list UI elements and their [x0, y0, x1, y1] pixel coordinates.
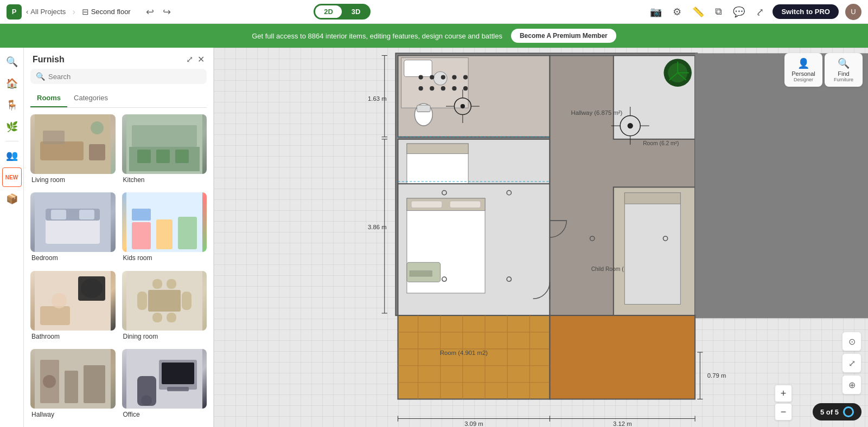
- back-button[interactable]: ‹ All Projects: [26, 8, 66, 16]
- room-office-label: Office: [122, 411, 207, 418]
- svg-rect-27: [148, 290, 181, 312]
- find-furniture-icon: 🔍: [831, 57, 856, 69]
- svg-rect-7: [132, 125, 197, 147]
- svg-rect-9: [156, 150, 170, 163]
- svg-rect-38: [84, 365, 105, 403]
- svg-point-36: [43, 375, 56, 388]
- svg-point-123: [419, 86, 423, 90]
- room-card-hallway[interactable]: Hallway: [30, 349, 116, 420]
- svg-point-119: [430, 75, 434, 79]
- expand-tool-button[interactable]: ⤢: [842, 353, 861, 373]
- camera-button[interactable]: 📷: [648, 4, 664, 20]
- add-node-tool-button[interactable]: ⊕: [842, 375, 861, 394]
- find-furniture-label-2: Furniture: [831, 77, 856, 82]
- new-tool-button[interactable]: NEW: [2, 167, 22, 187]
- user-avatar[interactable]: U: [845, 4, 861, 20]
- find-furniture-card[interactable]: 🔍 Find Furniture: [825, 53, 863, 87]
- zoom-controls: + −: [775, 385, 792, 420]
- room-card-living[interactable]: Living room: [30, 114, 116, 186]
- svg-point-120: [441, 75, 445, 79]
- room-card-bedroom[interactable]: Bedroom: [30, 192, 116, 264]
- svg-rect-3: [43, 131, 65, 144]
- floor-selector[interactable]: ⊟ Second floor: [82, 7, 131, 17]
- personal-designer-card[interactable]: 👤 Personal Personal Designer Designer: [784, 53, 822, 87]
- svg-point-76: [461, 104, 465, 108]
- svg-point-121: [452, 75, 456, 79]
- nav-history-actions: ↩ ↪: [144, 4, 173, 20]
- svg-point-125: [441, 86, 445, 90]
- settings-button[interactable]: ⚙: [671, 4, 684, 20]
- room-dining-image: [122, 271, 207, 331]
- svg-rect-48: [404, 60, 432, 77]
- furnish-close-button[interactable]: ✕: [197, 54, 205, 64]
- top-navigation: P ‹ All Projects › ⊟ Second floor ↩ ↪ 2D…: [0, 0, 868, 24]
- svg-rect-8: [137, 150, 151, 163]
- search-input[interactable]: [48, 73, 201, 81]
- room-kids-label: Kids room: [122, 254, 207, 262]
- premium-button[interactable]: Become A Premium Member: [511, 29, 616, 43]
- location-tool-button[interactable]: ⊙: [842, 332, 861, 351]
- svg-text:Room (6.2 m²): Room (6.2 m²): [643, 140, 679, 146]
- svg-text:1.63 m: 1.63 m: [368, 95, 387, 102]
- canvas-area[interactable]: 1.63 m 3.86 m 3.09 m 3.12 m 6.54 m 0.79: [214, 48, 868, 427]
- room-card-office[interactable]: Office: [122, 349, 207, 420]
- tab-bar: Rooms Categories: [30, 89, 207, 108]
- room-card-kids[interactable]: Kids room: [122, 192, 207, 264]
- undo-button[interactable]: ↩: [144, 4, 156, 20]
- tab-categories[interactable]: Categories: [67, 89, 114, 107]
- floor-icon: ⊟: [82, 7, 89, 17]
- svg-rect-20: [132, 209, 151, 221]
- svg-rect-75: [624, 193, 680, 204]
- svg-rect-28: [137, 292, 147, 310]
- svg-text:0.79 m: 0.79 m: [707, 372, 726, 379]
- room-card-kitchen[interactable]: Kitchen: [122, 114, 207, 186]
- search-tool-button[interactable]: 🔍: [2, 52, 22, 72]
- people-tool-button[interactable]: 👥: [2, 146, 22, 165]
- svg-rect-19: [178, 217, 197, 249]
- svg-rect-14: [51, 210, 66, 219]
- svg-text:3.86 m: 3.86 m: [368, 224, 387, 230]
- furnish-tool-button[interactable]: 🪑: [2, 95, 22, 115]
- top-right-cards: 👤 Personal Personal Designer Designer 🔍 …: [784, 53, 863, 87]
- svg-rect-33: [167, 313, 176, 322]
- room-hallway-image: [30, 349, 116, 409]
- view-2d-button[interactable]: 2D: [315, 5, 342, 18]
- search-box: 🔍: [30, 69, 207, 84]
- plants-tool-button[interactable]: 🌿: [2, 117, 22, 137]
- redo-button[interactable]: ↪: [161, 4, 173, 20]
- room-living-label: Living room: [30, 176, 116, 184]
- zoom-in-button[interactable]: +: [775, 385, 792, 402]
- promo-banner: Get full access to 8864 interior items, …: [0, 24, 868, 48]
- box-tool-button[interactable]: 📦: [2, 189, 22, 209]
- svg-rect-32: [152, 313, 162, 322]
- svg-point-126: [452, 86, 456, 90]
- svg-text:3.09 m: 3.09 m: [464, 420, 483, 427]
- comment-button[interactable]: 💬: [731, 4, 747, 20]
- zoom-out-button[interactable]: −: [775, 403, 792, 420]
- page-indicator[interactable]: 5 of 5: [813, 403, 861, 420]
- svg-rect-15: [79, 210, 94, 219]
- promo-text: Get full access to 8864 interior items, …: [252, 32, 502, 40]
- rooms-grid: Living room Kitchen: [24, 108, 213, 427]
- copy-button[interactable]: ⧉: [713, 4, 724, 20]
- tab-rooms[interactable]: Rooms: [30, 89, 67, 107]
- switch-pro-button[interactable]: Switch to PRO: [773, 4, 839, 19]
- room-card-bathroom[interactable]: Bathroom: [30, 271, 116, 342]
- room-card-dining[interactable]: Dining room: [122, 271, 207, 342]
- personal-designer-label: Personal: [791, 70, 816, 77]
- view-toggle: 2D 3D: [314, 4, 371, 20]
- svg-rect-37: [65, 371, 78, 403]
- svg-point-4: [91, 121, 104, 134]
- view-3d-button[interactable]: 3D: [343, 5, 369, 18]
- room-living-image: [30, 114, 116, 174]
- svg-rect-41: [162, 363, 194, 384]
- personal-designer-icon: 👤: [791, 57, 816, 69]
- ruler-button[interactable]: 📏: [690, 4, 706, 20]
- home-tool-button[interactable]: 🏠: [2, 74, 22, 93]
- furnish-expand-button[interactable]: ⤢: [186, 54, 193, 64]
- floor-label: Second floor: [91, 8, 131, 16]
- svg-text:Room (4.901 m2): Room (4.901 m2): [440, 350, 488, 356]
- share-button[interactable]: ⤤: [754, 4, 766, 20]
- room-kitchen-label: Kitchen: [122, 176, 207, 184]
- room-kids-image: [122, 192, 207, 252]
